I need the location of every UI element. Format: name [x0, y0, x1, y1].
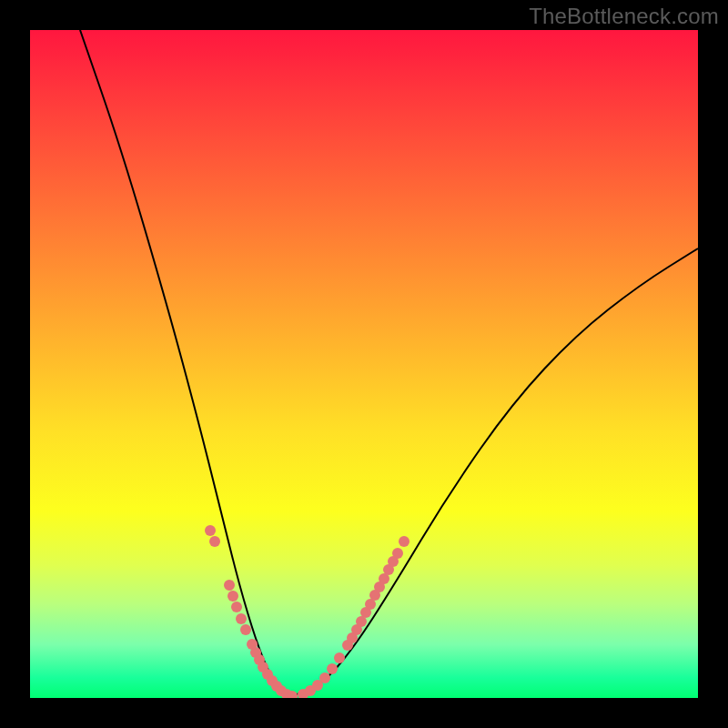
- scatter-point: [236, 613, 247, 624]
- chart-container: TheBottleneck.com: [0, 0, 728, 728]
- scatter-point: [228, 591, 238, 602]
- chart-svg: [30, 30, 698, 698]
- scatter-point: [240, 624, 251, 635]
- scatter-point: [319, 672, 330, 683]
- watermark-text: TheBottleneck.com: [529, 4, 719, 29]
- plot-area: [30, 30, 698, 698]
- scatter-point: [392, 548, 403, 559]
- scatter-point: [224, 580, 235, 591]
- scatter-point: [209, 536, 220, 547]
- scatter-point: [205, 525, 216, 536]
- scatter-point: [231, 602, 242, 612]
- scatter-point: [327, 663, 338, 674]
- scatter-point: [399, 536, 410, 547]
- left-curve: [80, 30, 292, 696]
- right-markers-group: [298, 536, 410, 698]
- left-markers-group: [205, 525, 298, 698]
- scatter-point: [334, 652, 345, 663]
